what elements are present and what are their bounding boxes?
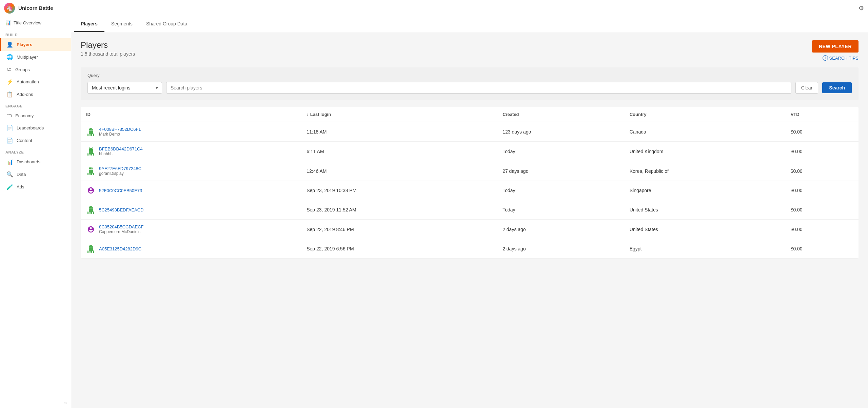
new-player-button[interactable]: NEW PLAYER: [812, 40, 859, 53]
player-id-link[interactable]: A05E3125D4282D9C: [99, 246, 141, 251]
player-id-cell: 8C05204B5CCDAECF Cappercorn McDaniels: [81, 220, 301, 239]
app-name: Unicorn Battle: [18, 5, 859, 11]
page-header-left: Players 1.5 thousand total players: [81, 40, 135, 57]
sidebar-item-ads[interactable]: 🧪 Ads: [0, 181, 71, 193]
sidebar-item-leaderboards[interactable]: 📄 Leaderboards: [0, 122, 71, 134]
page-header: Players 1.5 thousand total players NEW P…: [81, 40, 859, 61]
player-vtd[interactable]: $0.00: [785, 239, 859, 259]
player-vtd[interactable]: $0.00: [785, 220, 859, 239]
sidebar-item-multiplayer[interactable]: 🌐 Multiplayer: [0, 51, 71, 63]
player-id-link[interactable]: 52F0C0CC0EB50E73: [99, 188, 142, 193]
player-avatar: [86, 244, 96, 253]
table-row: 5C25498BEDFAEACD Sep 23, 2019 11:52 AM T…: [81, 200, 859, 220]
player-id-link[interactable]: BFEB6DB442D671C4: [99, 146, 143, 151]
sidebar-item-content[interactable]: 📄 Content: [0, 134, 71, 147]
players-table: ID ↓Last login Created Country VTD 4F008…: [81, 107, 859, 259]
player-id-link[interactable]: 9AE27E6FD797248C: [99, 166, 141, 171]
sidebar-item-content-label: Content: [17, 138, 32, 143]
sidebar-item-leaderboards-label: Leaderboards: [17, 125, 44, 130]
sidebar-item-economy[interactable]: 🗃 Economy: [0, 109, 71, 122]
folder-icon: 🗂: [6, 66, 12, 73]
player-name: goraniDisplay: [99, 171, 141, 176]
gear-icon[interactable]: ⚙: [859, 4, 864, 12]
player-vtd[interactable]: $0.00: [785, 142, 859, 161]
player-last-login: Sep 22, 2019 6:56 PM: [301, 239, 497, 259]
sidebar-item-data[interactable]: 🔍 Data: [0, 168, 71, 181]
page-content-area: Players 1.5 thousand total players NEW P…: [71, 32, 868, 408]
player-id-cell: A05E3125D4282D9C: [81, 239, 301, 259]
search-tips-link[interactable]: i SEARCH TIPS: [823, 55, 859, 61]
sidebar-section-build: BUILD: [0, 29, 71, 38]
player-avatar: [86, 225, 96, 234]
sidebar: 📊 Title Overview BUILD 👤 Players 🌐 Multi…: [0, 16, 71, 408]
sidebar-item-title-overview[interactable]: 📊 Title Overview: [0, 16, 71, 29]
player-last-login: 11:18 AM: [301, 122, 497, 142]
sidebar-item-data-label: Data: [17, 172, 26, 177]
main-content: Players Segments Shared Group Data Playe…: [71, 16, 868, 408]
table-row: 4F008BF7352DC6F1 Mark Demo 11:18 AM 123 …: [81, 122, 859, 142]
person-icon: 👤: [6, 41, 13, 48]
tab-shared-group-data[interactable]: Shared Group Data: [139, 16, 194, 32]
economy-icon: 🗃: [6, 113, 12, 119]
tab-players[interactable]: Players: [74, 16, 104, 32]
table-row: A05E3125D4282D9C Sep 22, 2019 6:56 PM 2 …: [81, 239, 859, 259]
player-id-link[interactable]: 4F008BF7352DC6F1: [99, 127, 141, 132]
query-row: Most recent logins All players New playe…: [87, 82, 852, 94]
search-button[interactable]: Search: [822, 82, 852, 93]
player-vtd[interactable]: $0.00: [785, 122, 859, 142]
tab-segments[interactable]: Segments: [104, 16, 139, 32]
player-id-link[interactable]: 8C05204B5CCDAECF: [99, 224, 144, 229]
globe-icon: 🌐: [6, 54, 13, 60]
info-icon: i: [823, 55, 828, 61]
sidebar-section-engage: ENGAGE: [0, 101, 71, 109]
player-created: 2 days ago: [497, 239, 624, 259]
player-last-login: 12:46 AM: [301, 161, 497, 181]
sidebar-item-add-ons[interactable]: 📋 Add-ons: [0, 88, 71, 101]
page-subtitle: 1.5 thousand total players: [81, 51, 135, 57]
content-icon: 📄: [6, 137, 13, 144]
search-input[interactable]: [166, 82, 791, 94]
query-label: Query: [87, 73, 852, 78]
data-icon: 🔍: [6, 171, 13, 178]
sidebar-item-groups-label: Groups: [15, 67, 30, 72]
player-created: Today: [497, 200, 624, 220]
player-id-cell: BFEB6DB442D671C4 hhhhhh: [81, 142, 301, 161]
clear-button[interactable]: Clear: [795, 82, 818, 94]
table-row: 8C05204B5CCDAECF Cappercorn McDaniels Se…: [81, 220, 859, 239]
query-select[interactable]: Most recent logins All players New playe…: [87, 82, 162, 94]
player-id-cell: 9AE27E6FD797248C goraniDisplay: [81, 161, 301, 181]
ads-icon: 🧪: [6, 184, 13, 190]
sidebar-item-economy-label: Economy: [15, 113, 34, 118]
bar-chart-icon: 📊: [5, 20, 11, 25]
player-country: Egypt: [624, 239, 785, 259]
sidebar-collapse-button[interactable]: «: [0, 397, 71, 408]
topbar: 🦄 Unicorn Battle ⚙: [0, 0, 868, 16]
sidebar-item-multiplayer-label: Multiplayer: [17, 55, 38, 60]
player-country: United Kingdom: [624, 142, 785, 161]
player-created: Today: [497, 142, 624, 161]
player-country: United States: [624, 220, 785, 239]
player-last-login: 6:11 AM: [301, 142, 497, 161]
sidebar-item-players[interactable]: 👤 Players: [0, 38, 71, 51]
player-id-cell: 4F008BF7352DC6F1 Mark Demo: [81, 122, 301, 142]
player-id-link[interactable]: 5C25498BEDFAEACD: [99, 207, 144, 212]
player-avatar: [86, 147, 96, 156]
sidebar-item-dashboards[interactable]: 📊 Dashboards: [0, 156, 71, 168]
col-header-id: ID: [81, 107, 301, 122]
player-created: 123 days ago: [497, 122, 624, 142]
player-vtd[interactable]: $0.00: [785, 161, 859, 181]
table-row: 9AE27E6FD797248C goraniDisplay 12:46 AM …: [81, 161, 859, 181]
sidebar-item-automation[interactable]: ⚡ Automation: [0, 76, 71, 88]
sidebar-item-ads-label: Ads: [17, 184, 24, 189]
sidebar-item-groups[interactable]: 🗂 Groups: [0, 63, 71, 76]
sidebar-item-addons-label: Add-ons: [17, 92, 33, 97]
leaderboards-icon: 📄: [6, 125, 13, 131]
player-created: 27 days ago: [497, 161, 624, 181]
player-country: Singapore: [624, 181, 785, 200]
sidebar-section-analyze: ANALYZE: [0, 147, 71, 156]
player-vtd[interactable]: $0.00: [785, 200, 859, 220]
player-last-login: Sep 22, 2019 8:46 PM: [301, 220, 497, 239]
player-created: Today: [497, 181, 624, 200]
col-header-last-login[interactable]: ↓Last login: [301, 107, 497, 122]
player-vtd[interactable]: $0.00: [785, 181, 859, 200]
